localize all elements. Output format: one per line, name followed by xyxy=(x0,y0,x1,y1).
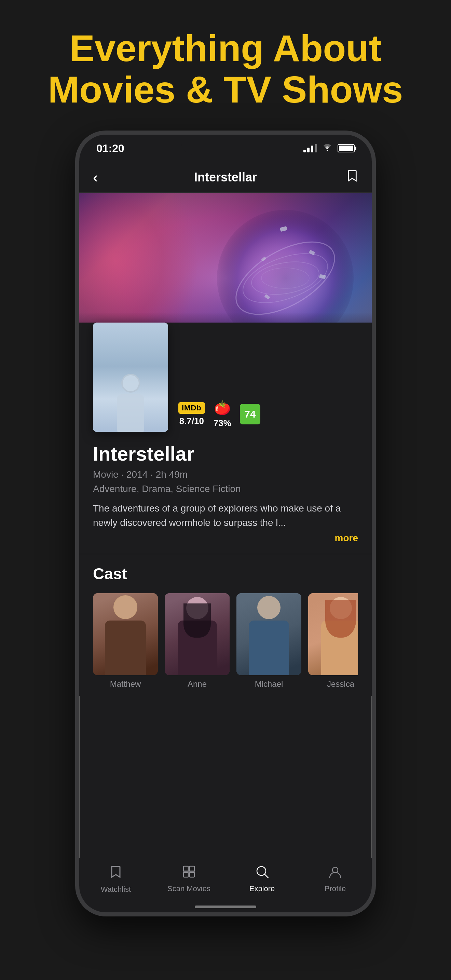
cast-grid: Matthew Anne xyxy=(93,593,358,689)
status-time: 01:20 xyxy=(96,142,124,155)
svg-rect-11 xyxy=(183,866,188,871)
movie-poster: INTERSTELLAR xyxy=(93,323,168,432)
cast-photo-michael xyxy=(237,593,301,675)
phone-frame: 01:20 ‹ Interstellar xyxy=(75,130,376,916)
phone-content: INTERSTELLAR IMDb 8.7/10 xyxy=(79,193,372,858)
cast-name-matthew: Matthew xyxy=(93,679,158,689)
explore-icon xyxy=(255,865,269,881)
back-button[interactable]: ‹ xyxy=(93,169,113,186)
tomato-badge: 🍅 73% xyxy=(214,400,231,428)
signal-icon xyxy=(303,144,317,153)
imdb-badge: IMDb 8.7/10 xyxy=(178,402,205,426)
cast-name-jessica: Jessica xyxy=(308,679,358,689)
svg-rect-12 xyxy=(190,866,194,871)
cast-section-title: Cast xyxy=(93,565,358,583)
battery-icon xyxy=(338,144,355,153)
tomato-score: 73% xyxy=(214,418,231,428)
movie-description: The adventures of a group of explorers w… xyxy=(93,501,358,530)
svg-line-17 xyxy=(264,874,268,878)
tab-watchlist-label: Watchlist xyxy=(101,885,131,894)
home-indicator xyxy=(195,905,256,908)
svg-rect-14 xyxy=(190,872,194,877)
nav-title: Interstellar xyxy=(194,170,257,185)
svg-rect-13 xyxy=(183,872,188,877)
headline-section: Everything About Movies & TV Shows xyxy=(27,0,423,130)
cast-card-matthew[interactable]: Matthew xyxy=(93,593,158,689)
cast-card-jessica[interactable]: Jessica xyxy=(308,593,358,689)
headline: Everything About Movies & TV Shows xyxy=(48,27,403,110)
cast-name-michael: Michael xyxy=(237,679,301,689)
cast-card-anne[interactable]: Anne xyxy=(165,593,230,689)
movie-info-section: INTERSTELLAR IMDb 8.7/10 xyxy=(79,323,372,554)
cast-photo-jessica xyxy=(308,593,358,675)
tab-profile-label: Profile xyxy=(325,885,346,893)
cast-name-anne: Anne xyxy=(165,679,230,689)
cast-photo-anne xyxy=(165,593,230,675)
scan-movies-icon xyxy=(182,865,196,881)
cast-photo-matthew xyxy=(93,593,158,675)
tab-watchlist[interactable]: Watchlist xyxy=(92,865,140,894)
movie-title: Interstellar xyxy=(93,442,358,465)
tab-bar: Watchlist Scan Movies Explo xyxy=(79,858,372,912)
status-icons xyxy=(303,143,355,154)
cast-card-michael[interactable]: Michael xyxy=(237,593,301,689)
tab-scan-movies-label: Scan Movies xyxy=(167,885,210,893)
profile-icon xyxy=(328,865,342,881)
imdb-score: 8.7/10 xyxy=(179,416,204,426)
more-button[interactable]: more xyxy=(93,533,358,544)
svg-point-0 xyxy=(327,150,328,151)
cast-section: Cast Matthew xyxy=(79,554,372,696)
watchlist-icon xyxy=(110,865,122,882)
tab-scan-movies[interactable]: Scan Movies xyxy=(165,865,213,893)
tab-explore-label: Explore xyxy=(249,885,275,893)
bookmark-button[interactable] xyxy=(338,169,358,186)
imdb-logo: IMDb xyxy=(178,402,205,414)
tomato-icon: 🍅 xyxy=(214,400,231,416)
metacritic-badge: 74 xyxy=(240,404,260,425)
movie-genres: Adventure, Drama, Science Fiction xyxy=(93,484,358,495)
movie-meta: Movie · 2014 · 2h 49m xyxy=(93,469,358,480)
svg-point-18 xyxy=(332,867,338,873)
ratings-block: IMDb 8.7/10 🍅 73% 74 xyxy=(178,400,260,432)
poster-ratings-row: INTERSTELLAR IMDb 8.7/10 xyxy=(93,323,358,432)
nav-header: ‹ Interstellar xyxy=(79,162,372,193)
tab-profile[interactable]: Profile xyxy=(311,865,359,893)
tab-explore[interactable]: Explore xyxy=(238,865,286,893)
wifi-icon xyxy=(322,143,333,154)
notch xyxy=(181,135,270,155)
